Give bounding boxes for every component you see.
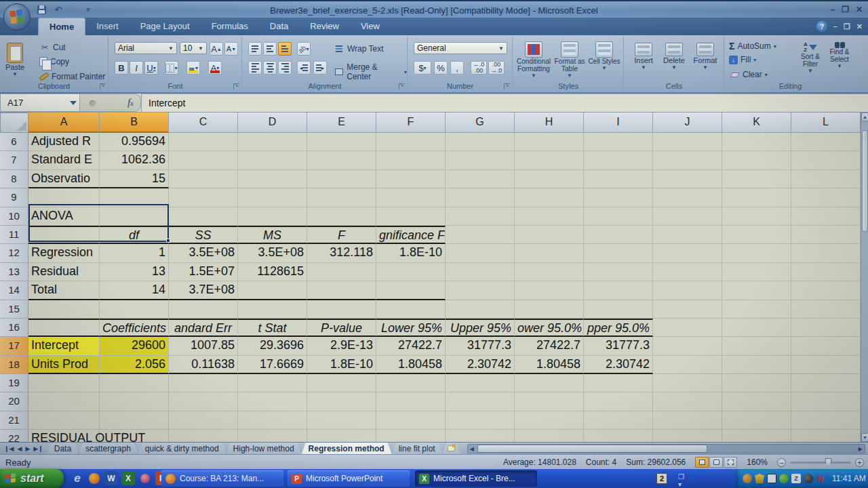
cell-L17[interactable] [791, 337, 861, 355]
cell-G9[interactable] [446, 188, 515, 207]
scroll-down-icon[interactable]: ▼ [861, 433, 868, 442]
vertical-scrollbar[interactable]: ▲ ▼ [861, 113, 868, 442]
zoom-level[interactable]: 160% [747, 458, 768, 467]
cell-A16[interactable] [28, 319, 100, 337]
cell-F14[interactable] [376, 281, 446, 300]
workbook-restore-icon[interactable]: ❐ [844, 22, 850, 31]
insert-function-icon[interactable]: fx [127, 97, 134, 108]
cell-D19[interactable] [238, 374, 307, 392]
cell-J11[interactable] [653, 226, 722, 244]
font-size-select[interactable]: 10▼ [180, 42, 207, 54]
cell-H11[interactable] [515, 226, 584, 244]
number-format-select[interactable]: General▼ [414, 42, 507, 54]
cell-L10[interactable] [791, 207, 861, 226]
increase-indent-button[interactable]: ▸ [313, 61, 327, 75]
cell-G17[interactable]: 31777.3 [446, 337, 515, 355]
task-button-3[interactable]: XMicrosoft Excel - Bre... [415, 470, 537, 487]
row-header-13[interactable]: 13 [0, 263, 28, 281]
cell-B11[interactable]: df [100, 226, 169, 244]
cell-C17[interactable]: 1007.85 [169, 337, 238, 355]
cell-A12[interactable]: Regression [28, 244, 100, 262]
row-header-7[interactable]: 7 [0, 151, 28, 169]
cell-L6[interactable] [791, 133, 861, 151]
cell-F11[interactable]: gnificance F [376, 226, 446, 244]
cell-D18[interactable]: 17.6669 [238, 356, 307, 374]
cut-button[interactable]: ✂Cut [39, 42, 66, 53]
cell-D14[interactable] [238, 281, 307, 300]
cell-K17[interactable] [722, 337, 791, 355]
cell-I6[interactable] [584, 133, 653, 151]
cell-B6[interactable]: 0.95694 [100, 133, 169, 151]
tray-display-icon[interactable] [767, 474, 776, 483]
cell-J7[interactable] [653, 151, 722, 169]
cell-A10[interactable]: ANOVA [28, 207, 100, 226]
cell-F19[interactable] [376, 374, 446, 392]
cell-C11[interactable]: SS [169, 226, 238, 244]
cell-C10[interactable] [169, 207, 238, 226]
cell-A11[interactable] [28, 226, 100, 244]
page-layout-view-icon[interactable] [709, 457, 723, 468]
row-header-11[interactable]: 11 [0, 226, 28, 244]
cell-F15[interactable] [376, 300, 446, 319]
row-header-12[interactable]: 12 [0, 244, 28, 262]
alignment-dialog-launcher-icon[interactable] [399, 83, 405, 89]
cell-F7[interactable] [376, 151, 446, 169]
cell-H16[interactable]: ower 95.0% [515, 319, 584, 337]
row-header-17[interactable]: 17 [0, 337, 28, 355]
column-header-K[interactable]: K [722, 113, 791, 133]
bold-button[interactable]: B [115, 61, 128, 75]
cell-C9[interactable] [169, 188, 238, 207]
cell-H8[interactable] [515, 170, 584, 188]
cell-C21[interactable] [169, 411, 238, 430]
column-header-B[interactable]: B [100, 113, 169, 133]
merge-center-button[interactable]: Merge & Center▾ [334, 62, 407, 81]
cell-F18[interactable]: 1.80458 [376, 356, 446, 374]
cell-I9[interactable] [584, 188, 653, 207]
font-name-select[interactable]: Arial▼ [115, 42, 177, 54]
cell-F20[interactable] [376, 392, 446, 411]
quick-launch-ie-icon[interactable]: e [71, 471, 84, 485]
cell-A20[interactable] [28, 392, 100, 411]
office-button[interactable] [3, 3, 31, 30]
row-header-22[interactable]: 22 [0, 430, 28, 442]
row-header-20[interactable]: 20 [0, 392, 28, 411]
cell-H14[interactable] [515, 281, 584, 300]
accounting-format-button[interactable]: $▾ [414, 61, 431, 75]
cell-J8[interactable] [653, 170, 722, 188]
tray-leaf-icon[interactable] [779, 474, 789, 483]
row-header-9[interactable]: 9 [0, 188, 28, 207]
column-header-C[interactable]: C [169, 113, 238, 133]
cell-D11[interactable]: MS [238, 226, 307, 244]
cell-C18[interactable]: 0.11638 [169, 356, 238, 374]
select-all-corner[interactable] [0, 113, 28, 133]
cell-B14[interactable]: 14 [100, 281, 169, 300]
column-header-J[interactable]: J [653, 113, 722, 133]
cell-C7[interactable] [169, 151, 238, 169]
percent-style-button[interactable]: % [434, 61, 448, 75]
minimize-icon[interactable]: – [830, 5, 835, 14]
font-color-button[interactable]: A▾ [208, 61, 222, 75]
grow-font-button[interactable]: A▲ [210, 42, 223, 56]
cell-C20[interactable] [169, 392, 238, 411]
cell-K9[interactable] [722, 188, 791, 207]
align-left-button[interactable] [248, 61, 262, 75]
cell-C19[interactable] [169, 374, 238, 392]
cell-I13[interactable] [584, 263, 653, 281]
cell-F12[interactable]: 1.8E-10 [376, 244, 446, 262]
column-header-I[interactable]: I [584, 113, 653, 133]
horizontal-scroll-thumb[interactable] [477, 445, 707, 453]
cell-I12[interactable] [584, 244, 653, 262]
last-sheet-icon[interactable]: ▶❙ [33, 445, 43, 452]
cell-K18[interactable] [722, 356, 791, 374]
cell-J20[interactable] [653, 392, 722, 411]
cell-K16[interactable] [722, 319, 791, 337]
cell-H22[interactable] [515, 430, 584, 442]
cell-K11[interactable] [722, 226, 791, 244]
column-header-F[interactable]: F [376, 113, 446, 133]
cell-G8[interactable] [446, 170, 515, 188]
ribbon-tab-home[interactable]: Home [38, 18, 85, 35]
align-center-button[interactable] [263, 61, 277, 75]
cell-F9[interactable] [376, 188, 446, 207]
column-header-G[interactable]: G [446, 113, 515, 133]
cell-B21[interactable] [100, 411, 169, 430]
